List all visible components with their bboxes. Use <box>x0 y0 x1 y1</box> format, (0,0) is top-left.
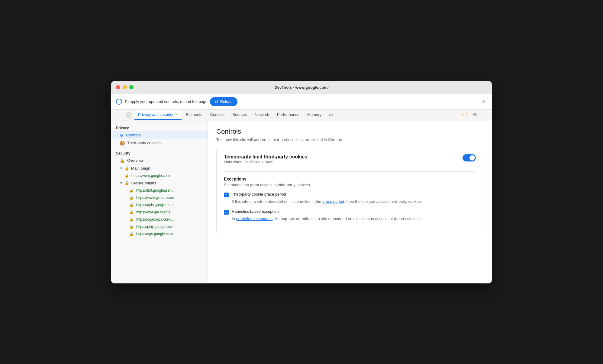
main-origin-arrow-icon: ▼ <box>120 167 123 170</box>
device-icon: ⬜ <box>125 112 131 117</box>
warning-count: 2 <box>466 113 468 117</box>
settings-button[interactable]: ⚙ <box>471 110 479 120</box>
panel-title: Controls <box>216 128 483 136</box>
inspect-icon: ⊹ <box>116 112 120 117</box>
url1-lock-icon: 🔒 <box>129 188 134 193</box>
controls-icon: ⚙ <box>120 133 124 138</box>
sidebar-item-overview[interactable]: 🔒 Overview <box>111 157 208 164</box>
more-menu-button[interactable]: ⋮ <box>480 110 489 120</box>
maximize-button[interactable] <box>129 85 134 89</box>
tab-memory-label: Memory <box>307 112 321 117</box>
sidebar-item-url2[interactable]: 🔒 https://www.gstatic.com <box>111 194 208 201</box>
grace-period-desc-after: , then the site can access third-party c… <box>344 199 422 204</box>
exceptions-section: Exceptions Scenarios that grant access t… <box>224 171 476 222</box>
traffic-lights <box>116 85 134 89</box>
warning-badge[interactable]: ⚠ 2 <box>460 111 469 118</box>
exception-grace-period: ✓ Third-party cookie grace period If thi… <box>224 192 476 205</box>
exception-heuristics-header: ✓ Heuristics based exception <box>224 209 476 215</box>
tab-sources[interactable]: Sources <box>229 110 250 120</box>
sidebar-item-third-party-cookies[interactable]: 🍪 Third-party cookies <box>111 139 208 147</box>
inspect-icon-button[interactable]: ⊹ <box>114 110 122 120</box>
sidebar-item-controls[interactable]: ⚙ Controls <box>111 131 208 139</box>
secure-origins-lock-icon: 🔒 <box>124 181 129 185</box>
heuristics-desc: In predefined scenarios like pop-ups or … <box>224 216 476 222</box>
controls-label: Controls <box>126 133 140 137</box>
more-tabs-button[interactable]: >> <box>326 110 336 120</box>
close-button[interactable] <box>116 85 120 89</box>
tab-network[interactable]: Network <box>251 110 273 120</box>
warning-icon: ⚠ <box>461 113 465 117</box>
url1-label: https://lh3.googleuser... <box>136 188 174 193</box>
overview-lock-icon: 🔒 <box>120 158 125 163</box>
notification-content: i To apply your updated controls, reload… <box>116 97 237 106</box>
tab-privacy-security-label: Privacy and security <box>138 112 173 117</box>
card-title: Temporarily limit third-party cookies <box>224 154 307 160</box>
tab-bar: ⊹ ⬜ Privacy and security ✕ Elements Cons… <box>111 110 492 120</box>
tab-elements[interactable]: Elements <box>182 110 206 120</box>
sidebar-item-url5[interactable]: 🔒 https://ogads-pa.clien... <box>111 216 208 223</box>
more-menu-icon: ⋮ <box>482 112 488 118</box>
notification-text: To apply your updated controls, reload t… <box>124 99 208 104</box>
main-origin-url-lock-icon: 🔒 <box>124 174 129 178</box>
card-subtitle: Only when DevTools is open <box>224 160 307 164</box>
tab-sources-label: Sources <box>232 112 247 117</box>
tab-memory[interactable]: Memory <box>304 110 325 120</box>
main-origin-label: Main origin <box>131 166 150 171</box>
url6-lock-icon: 🔒 <box>129 225 134 229</box>
url5-lock-icon: 🔒 <box>129 217 134 222</box>
sidebar-item-main-origin-url[interactable]: 🔒 https://www.google.com <box>111 172 208 179</box>
notification-bar: i To apply your updated controls, reload… <box>111 94 492 110</box>
device-toolbar-button[interactable]: ⬜ <box>123 110 134 120</box>
reload-icon: ↺ <box>215 99 218 104</box>
devtools-window: DevTools - www.google.com/ i To apply yo… <box>111 81 492 283</box>
exceptions-subtitle: Scenarios that grant access to third-par… <box>224 183 476 187</box>
sidebar-item-secure-origins[interactable]: ▼ 🔒 Secure origins <box>111 179 208 187</box>
grace-period-desc: If this site or a site embedded on it is… <box>224 199 476 205</box>
overview-label: Overview <box>127 158 143 163</box>
sidebar-item-url7[interactable]: 🔒 https://ogs.google.com <box>111 230 208 238</box>
heuristics-desc-after: like pop-ups or redirects, a site embedd… <box>272 216 421 221</box>
exception-heuristics: ✓ Heuristics based exception In predefin… <box>224 209 476 222</box>
secure-origins-arrow-icon: ▼ <box>120 181 123 185</box>
heuristics-checkbox[interactable]: ✓ <box>224 210 229 215</box>
window-title: DevTools - www.google.com/ <box>274 85 328 90</box>
exceptions-title: Exceptions <box>224 177 476 181</box>
main-panel: Controls Test how this site will perform… <box>208 120 492 283</box>
url3-label: https://apis.google.com <box>136 203 173 207</box>
cookie-card: Temporarily limit third-party cookies On… <box>216 148 483 233</box>
main-origin-url-label: https://www.google.com <box>131 174 170 178</box>
url3-lock-icon: 🔒 <box>129 203 134 207</box>
url7-lock-icon: 🔒 <box>129 232 134 236</box>
grace-period-checkbox[interactable]: ✓ <box>224 193 229 197</box>
minimize-button[interactable] <box>123 85 127 89</box>
card-title-block: Temporarily limit third-party cookies On… <box>224 154 307 170</box>
grace-period-link[interactable]: grace period <box>322 199 344 204</box>
security-section-label: Security <box>111 149 208 157</box>
url6-label: https://play.google.com <box>136 225 173 229</box>
privacy-section-label: Privacy <box>111 124 208 131</box>
sidebar-item-url6[interactable]: 🔒 https://play.google.com <box>111 223 208 230</box>
sidebar-item-url3[interactable]: 🔒 https://apis.google.com <box>111 201 208 209</box>
sidebar-item-main-origin[interactable]: ▼ 🔒 Main origin <box>111 164 208 172</box>
secure-origins-label: Secure origins <box>131 181 156 185</box>
url4-lock-icon: 🔒 <box>129 210 134 214</box>
tab-privacy-security[interactable]: Privacy and security ✕ <box>134 110 182 120</box>
url7-label: https://ogs.google.com <box>136 232 173 236</box>
tab-elements-label: Elements <box>186 112 202 117</box>
heuristics-link[interactable]: predefined scenarios <box>236 216 272 221</box>
reload-button[interactable]: ↺ Reload <box>210 97 237 106</box>
main-content: Privacy ⚙ Controls 🍪 Third-party cookies… <box>111 120 492 283</box>
grace-period-desc-before: If this site or a site embedded on it is… <box>232 199 322 204</box>
close-notification-button[interactable]: ✕ <box>481 97 487 106</box>
close-tab-icon[interactable]: ✕ <box>175 112 178 117</box>
sidebar-item-url4[interactable]: 🔒 https://waa-pa.clients... <box>111 209 208 216</box>
limit-cookies-toggle[interactable] <box>463 154 476 161</box>
sidebar: Privacy ⚙ Controls 🍪 Third-party cookies… <box>111 120 208 283</box>
heuristics-title: Heuristics based exception <box>232 209 279 214</box>
tab-console[interactable]: Console <box>207 110 228 120</box>
sidebar-item-url1[interactable]: 🔒 https://lh3.googleuser... <box>111 187 208 194</box>
panel-subtitle: Test how this site will perform if third… <box>216 137 483 142</box>
url2-label: https://www.gstatic.com <box>136 196 174 200</box>
tab-console-label: Console <box>210 112 225 117</box>
tab-performance[interactable]: Performance <box>273 110 303 120</box>
